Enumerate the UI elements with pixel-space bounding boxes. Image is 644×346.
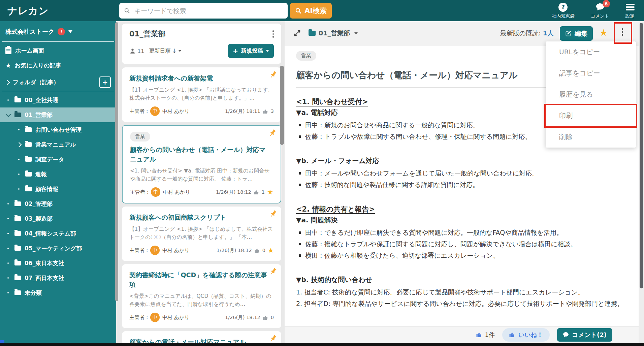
read-status: 最新版の既読: 1人 bbox=[500, 29, 554, 38]
owner-label: 主管者： bbox=[129, 247, 150, 254]
sidebar-folder-週報[interactable]: 週報 bbox=[0, 167, 116, 182]
bullet-icon bbox=[16, 188, 22, 190]
owner-name: 中村 あかり bbox=[163, 189, 190, 195]
sidebar-item-folders[interactable]: フォルダ（記事） + bbox=[0, 75, 116, 90]
card-footer: 主管者：中中村 あかり1/26(月) 18:120 bbox=[129, 313, 274, 322]
chevron-right-icon bbox=[16, 143, 22, 147]
knowledge-bank-button[interactable]: ? 社内知恵袋 bbox=[552, 2, 575, 19]
folder-label: 02_管理部 bbox=[25, 200, 53, 208]
expand-icon[interactable] bbox=[293, 29, 301, 37]
sidebar-folder-05_マーケティング部[interactable]: 05_マーケティング部 bbox=[0, 241, 116, 256]
sidebar-folder-02_管理部[interactable]: 02_管理部 bbox=[0, 196, 116, 211]
divider bbox=[2, 91, 114, 91]
chevron-down-icon bbox=[354, 32, 358, 34]
folder-label: 04_情報システム部 bbox=[25, 230, 76, 238]
chevron-down-icon bbox=[178, 50, 182, 52]
sidebar-folder-お問い合わせ管理[interactable]: お問い合わせ管理 bbox=[0, 122, 116, 137]
add-folder-button[interactable]: + bbox=[99, 76, 111, 88]
card-snippet: <1. 問い合わせ受付> ▼a. 電話対応 田中：新規のお問合せや商品に関する一… bbox=[130, 167, 273, 183]
menu-item-記事をコピー[interactable]: 記事をコピー bbox=[546, 63, 636, 84]
divider bbox=[2, 41, 114, 42]
bullet-icon bbox=[16, 159, 22, 160]
pin-icon bbox=[268, 129, 277, 137]
sidebar-folder-調査データ[interactable]: 調査データ bbox=[0, 152, 116, 167]
owner-name: 中村 あかり bbox=[162, 314, 190, 321]
bullet-item: 横田：佐藤から相談を受けたら、適切な部署にエスカレーション。 bbox=[296, 250, 629, 261]
sidebar-item-home[interactable]: ホーム画面 bbox=[0, 43, 116, 58]
card-title: 新規資料請求者への新着架電 bbox=[129, 73, 274, 83]
article-card-2[interactable]: 営業顧客からの問い合わせ（電話・メール）対応マニュアル<1. 問い合わせ受付> … bbox=[122, 125, 281, 203]
card-tag: 営業 bbox=[130, 132, 150, 141]
card-title: 新規顧客への初回商談スクリプト bbox=[129, 213, 274, 222]
thumbs-up-icon bbox=[509, 332, 515, 338]
article-card-1[interactable]: 新規資料請求者への新着架電【1】オープニング <1. 挨拶> 「お世話になってお… bbox=[122, 67, 281, 122]
search-icon bbox=[124, 7, 130, 14]
folder-icon bbox=[25, 142, 32, 147]
card-footer: 主管者：中中村 あかり1/26(月) 18:120★ bbox=[129, 246, 274, 255]
card-snippet: <背景>このマニュアルは、QCD（品質、コスト、納期）の各要素に焦点を当てた、円… bbox=[129, 292, 274, 308]
folder-label: 顧客情報 bbox=[35, 185, 58, 193]
list-scrollbar[interactable] bbox=[280, 66, 284, 145]
sidebar-scrollbar[interactable] bbox=[115, 22, 118, 301]
sidebar-folder-顧客情報[interactable]: 顧客情報 bbox=[0, 182, 116, 196]
ai-search-button[interactable]: AI検索 bbox=[290, 3, 332, 19]
member-count: 11 bbox=[129, 48, 144, 54]
folder-label: 01_営業部 bbox=[25, 111, 53, 119]
favorite-star-icon[interactable]: ★ bbox=[600, 28, 608, 37]
more-menu-dropdown: URLをコピー記事をコピー履歴を見る印刷削除 bbox=[546, 41, 636, 148]
thumbs-up-icon bbox=[254, 189, 259, 195]
bullet-icon bbox=[5, 233, 11, 234]
card-like-count: 3 bbox=[271, 108, 274, 114]
sidebar-folder-未分類[interactable]: 未分類 bbox=[0, 285, 116, 300]
comments-button[interactable]: 8 コメント bbox=[591, 2, 609, 19]
sidebar-folder-営業マニュアル[interactable]: 営業マニュアル bbox=[0, 137, 116, 152]
new-post-button[interactable]: + 新規投稿 bbox=[228, 44, 274, 58]
alert-badge: ! bbox=[58, 28, 65, 35]
sidebar-folder-04_情報システム部[interactable]: 04_情報システム部 bbox=[0, 226, 116, 241]
article-list-column: 01_営業部 11 更新日順 ↓ + 新規投稿 bbox=[116, 21, 285, 346]
like-count[interactable]: 1件 bbox=[476, 331, 495, 339]
company-selector[interactable]: 株式会社ストーク ! bbox=[0, 23, 116, 40]
bullet-list: 田中：できるだけ即座に解決できる質問や問題に対応。一般的なFAQや商品情報を活用… bbox=[296, 227, 629, 261]
card-title: 契約書締結時に「QCD」を確認する際の注意事項 bbox=[129, 270, 274, 289]
sort-selector[interactable]: 更新日順 ↓ bbox=[149, 48, 181, 55]
sidebar-folder-00_全社共通[interactable]: 00_全社共通 bbox=[0, 93, 116, 107]
read-count-link[interactable]: 1人 bbox=[543, 29, 554, 37]
menu-item-印刷[interactable]: 印刷 bbox=[546, 105, 636, 126]
menu-item-URLをコピー[interactable]: URLをコピー bbox=[546, 41, 636, 63]
article-card-4[interactable]: 契約書締結時に「QCD」を確認する際の注意事項<背景>このマニュアルは、QCD（… bbox=[122, 264, 281, 328]
menu-item-履歴を見る[interactable]: 履歴を見る bbox=[546, 84, 636, 105]
owner-label: 主管者： bbox=[129, 314, 150, 321]
sidebar-item-favorites[interactable]: ★ お気に入りの記事 bbox=[0, 58, 116, 73]
folder-title: 01_営業部 bbox=[129, 29, 274, 39]
sidebar-folder-03_製造部[interactable]: 03_製造部 bbox=[0, 211, 116, 226]
list-kebab-icon[interactable] bbox=[272, 30, 274, 38]
article-footer: 1件 いいね！ コメント(2) bbox=[285, 326, 639, 343]
numbered-item: 1. 担当者C: 技術的な質問に対応。必要に応じて製品開発や技術サポート部門にエ… bbox=[296, 286, 629, 298]
card-snippet: 【1】オープニング <1. 挨拶> 「お世話になっております、株式会社ストークの… bbox=[129, 86, 274, 102]
sidebar-folder-01_営業部[interactable]: 01_営業部 bbox=[0, 107, 116, 122]
folder-icon bbox=[25, 187, 32, 191]
edit-button[interactable]: 編集 bbox=[560, 26, 593, 41]
numbered-item: 2. 担当者D: 専門的な製品やサービスに関する問い合わせに対応。必要に応じて技… bbox=[296, 298, 629, 309]
sidebar-folder-07_西日本支社[interactable]: 07_西日本支社 bbox=[0, 271, 116, 285]
like-button[interactable]: いいね！ bbox=[502, 328, 550, 342]
folder-icon bbox=[14, 216, 21, 221]
folder-icon bbox=[14, 276, 21, 280]
page-scrollbar-thumb[interactable] bbox=[640, 23, 643, 288]
section-heading: <2. 情報の共有と報告> bbox=[296, 205, 629, 214]
more-menu-button[interactable] bbox=[622, 28, 623, 36]
card-snippet: 【1】オープニング <1. 挨拶> 「はじめまして、株式会社ストークの〇〇（自分… bbox=[129, 225, 274, 241]
breadcrumb[interactable]: 01_営業部 bbox=[309, 29, 358, 38]
settings-button[interactable]: 設定 bbox=[625, 2, 635, 19]
thumbs-up-icon bbox=[263, 108, 268, 114]
comment-button[interactable]: コメント(2) bbox=[557, 328, 612, 342]
question-circle-icon: ? bbox=[558, 3, 568, 12]
menu-item-削除[interactable]: 削除 bbox=[546, 126, 636, 148]
bullet-item: 田中：メールや問い合わせフォームを通じて届いた一般的な問い合わせに対応。 bbox=[296, 167, 629, 179]
pin-icon bbox=[269, 71, 277, 79]
star-icon: ★ bbox=[267, 189, 273, 195]
sidebar-folder-06_東日本支社[interactable]: 06_東日本支社 bbox=[0, 256, 116, 271]
article-card-3[interactable]: 新規顧客への初回商談スクリプト【1】オープニング <1. 挨拶> 「はじめまして… bbox=[122, 207, 281, 261]
search-input[interactable] bbox=[134, 7, 283, 15]
